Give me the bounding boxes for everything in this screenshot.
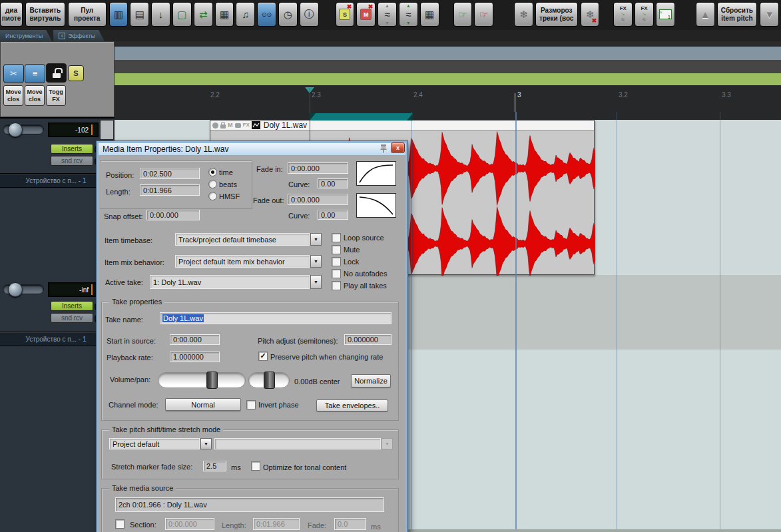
track1-env-button[interactable] [100,120,114,140]
track2-sendrcv-button[interactable]: snd rcv [51,313,93,323]
insert-media-icon[interactable]: ↓ [151,2,170,27]
insert-virtual-button[interactable]: Вставить виртуаль [25,2,65,27]
pin-icon[interactable] [380,144,388,156]
optimize-tonal-checkbox[interactable] [251,461,260,471]
fade-in-field[interactable]: 0:00.000 [288,162,348,174]
start-in-source-field[interactable]: 0:00.000 [170,334,220,345]
solo-icon[interactable]: S [68,65,84,81]
fade-out-field[interactable]: 0:00.000 [288,194,348,205]
lock-checkbox[interactable] [332,257,341,266]
clock-icon[interactable]: ◷ [278,2,298,27]
media-button[interactable]: диа пиоте [0,2,23,27]
pitch-mode-arrow-icon[interactable]: ▼ [200,438,212,449]
envelope-range-icon[interactable]: ▴ ≈ ▾ [399,2,418,27]
pitch-mode-combo[interactable]: Project default ▼ [109,438,212,449]
cpu-info-icon[interactable]: ⓘ [300,2,319,27]
apply-fx-icon[interactable]: FX → ≈ [613,2,633,27]
track2-inserts-button[interactable]: Inserts [51,301,93,311]
no-autofades-checkbox[interactable] [332,269,341,278]
preserve-pitch-checkbox[interactable]: ✓ [258,352,268,361]
remove-send-green-icon[interactable]: ☞ [453,2,473,27]
take-name-input[interactable]: Doly 1L.wav [160,312,391,324]
move-close-button-1[interactable]: Move clos [3,85,23,106]
invert-phase-checkbox[interactable] [246,400,256,409]
item-timebase-arrow-icon[interactable]: ▼ [310,233,322,246]
tape-icon[interactable]: ⊙⊙ [257,2,276,27]
take-envelopes-button[interactable]: Take envelopes.. [316,399,388,411]
media-item-properties-dialog[interactable]: Media Item Properties: Doly 1L.wav x Pos… [97,141,407,532]
media-item-header[interactable]: M FX Doly 1L.wav [210,121,594,131]
fade-in-curve-field[interactable]: 0.00 [318,178,348,188]
reset-item-pitch-button[interactable]: Сбросить item pitch [717,2,758,27]
scissors-icon[interactable]: ✂ [3,64,24,83]
track1-sendrcv-button[interactable]: snd rcv [51,156,93,166]
lines-icon[interactable]: ≡ [25,64,45,83]
tab-effects-close-icon[interactable]: x [59,33,65,39]
piano-roll-icon[interactable]: ♫ [236,2,255,27]
unmute-all-icon[interactable]: M ✖ [356,2,376,27]
item-volume-icon[interactable]: ▴ ≈ ▾ [378,2,397,27]
dialog-titlebar[interactable]: Media Item Properties: Doly 1L.wav [99,143,405,155]
position-field[interactable]: 0:02.500 [140,168,200,179]
fade-out-curve-field[interactable]: 0.00 [318,210,348,220]
item-edit-icon[interactable]: ▢ [172,2,192,27]
media-source-field[interactable]: 2ch 0:01.966 : Doly 1L.wav [115,497,384,512]
media-items-icon[interactable]: ▤ [130,2,149,27]
item-timebase-combo[interactable]: Track/project default timebase ▼ [175,233,322,246]
pitch-down-icon[interactable]: ▼ [760,2,779,27]
unsolo-all-icon[interactable]: S ✖ [336,2,355,27]
toggle-fx-button[interactable]: Togg FX [46,85,66,106]
item-grid-icon[interactable]: ▦ [215,2,234,27]
radio-beats[interactable] [208,180,217,188]
playback-rate-field[interactable]: 1.000000 [170,352,220,362]
tab-instruments[interactable]: Инструменты [0,30,52,41]
volume-slider-thumb[interactable] [206,372,218,389]
channel-mode-dropdown[interactable]: Normal [165,398,241,411]
track1-name[interactable]: Устройство с п... - 1 [0,173,112,188]
unlock-icon[interactable] [46,63,67,83]
item-mix-combo[interactable]: Project default item mix behavior ▼ [175,255,322,268]
remove-send-red-icon[interactable]: ☞ [474,2,493,27]
render-item-icon[interactable]: ≈ 1 [656,2,675,27]
pan-slider-thumb[interactable] [264,372,275,389]
volume-slider[interactable] [158,372,246,388]
unfreeze-tracks-button[interactable]: Размороз треки (вос [535,2,578,27]
fade-out-curve-button[interactable] [356,193,396,218]
radio-hmsf[interactable] [208,192,217,200]
pitch-up-icon[interactable]: ▲ [696,2,715,27]
item-swap-icon[interactable]: ⇄ [194,2,213,27]
snap-offset-field[interactable]: 0:00.000 [146,210,200,220]
active-take-arrow-icon[interactable]: ▼ [310,275,322,289]
media-explorer-icon[interactable]: ▥ [109,2,129,27]
apply-fx-mono-icon[interactable]: FX → ≈ [635,2,654,27]
timeline-ruler[interactable]: 2.22.32.433.23.3 [115,85,781,120]
fade-in-curve-button[interactable] [356,161,396,186]
loop-source-checkbox[interactable] [332,233,341,242]
radio-time[interactable] [208,168,217,176]
section-checkbox[interactable] [115,519,125,529]
mute-checkbox[interactable] [332,245,341,254]
freeze-icon[interactable]: ❄ [514,2,533,27]
project-pool-button[interactable]: Пул проекта [68,2,107,27]
item-fx-icon[interactable]: FX [243,123,250,128]
track1-inserts-button[interactable]: Inserts [51,144,93,154]
item-group-icon[interactable] [212,123,218,129]
normalize-button[interactable]: Normalize [351,374,391,388]
close-button[interactable]: x [391,142,405,153]
calculator-icon[interactable]: ▦ [420,2,439,27]
track2-name[interactable]: Устройство с п... - 1 [0,332,112,346]
length-field[interactable]: 0:01.966 [140,184,200,196]
track2-pan-knob[interactable] [8,282,23,297]
track1-pan-knob[interactable] [8,123,23,137]
play-all-takes-checkbox[interactable] [332,281,341,290]
active-take-combo[interactable]: 1: Doly 1L.wav ▼ [150,275,322,289]
item-notes-icon[interactable] [235,123,241,128]
move-close-button-2[interactable]: Move clos [25,85,45,106]
pan-slider[interactable] [248,372,290,388]
item-lock-icon[interactable] [220,125,226,129]
item-mute-icon[interactable]: M [228,123,233,129]
stretch-fade-field[interactable]: 2.5 [203,461,226,471]
tab-effects[interactable]: x Эффекты [53,30,105,41]
time-selection-bar[interactable] [310,113,413,121]
item-envelope-icon[interactable] [252,121,260,129]
